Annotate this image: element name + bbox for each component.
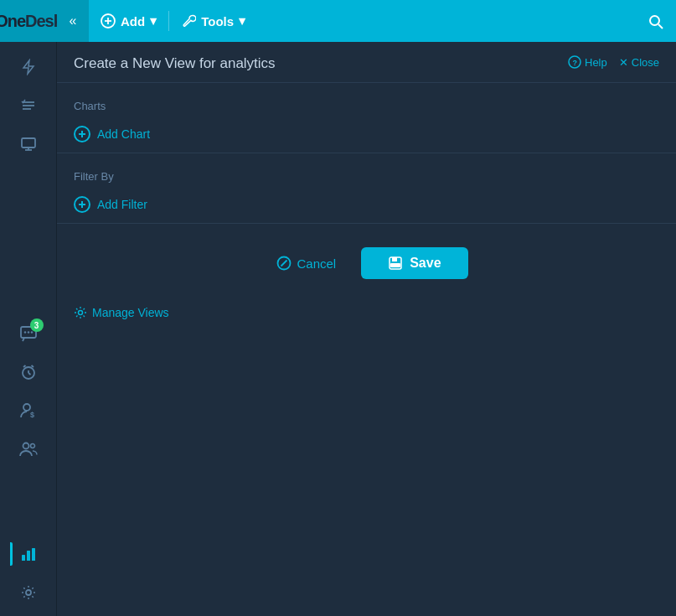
charts-section-label: Charts (74, 100, 659, 112)
panel-header: Create a New View for analytics ? Help ✕… (57, 42, 676, 83)
close-x-icon: ✕ (619, 56, 628, 69)
users-dollar-icon: $ (19, 401, 38, 420)
svg-point-21 (23, 404, 30, 411)
add-filter-icon (74, 196, 90, 213)
cancel-button[interactable]: Cancel (265, 249, 348, 277)
team-icon (19, 440, 38, 458)
svg-rect-9 (22, 138, 35, 148)
plus-icon-2 (77, 199, 87, 210)
save-button[interactable]: Save (361, 247, 467, 279)
lightning-icon (20, 59, 37, 75)
sidebar-item-lightning[interactable] (10, 49, 47, 85)
svg-line-18 (28, 373, 31, 375)
actions-row: Cancel Save (57, 224, 676, 303)
sidebar-item-users-dollar[interactable]: $ (10, 392, 47, 429)
manage-views-row: Manage Views (57, 303, 676, 336)
sidebar-item-settings-bottom[interactable] (10, 574, 47, 611)
svg-rect-27 (32, 548, 35, 561)
help-icon: ? (568, 55, 581, 69)
help-label: Help (585, 56, 607, 69)
search-icon (648, 13, 664, 30)
sidebar-item-tasks[interactable] (10, 87, 47, 124)
add-label: Add (121, 14, 145, 28)
svg-text:$: $ (30, 411, 34, 419)
add-nav-button[interactable]: Add ▾ (89, 0, 168, 42)
add-filter-label: Add Filter (97, 198, 147, 211)
cancel-icon (276, 256, 292, 271)
tools-icon (181, 13, 196, 28)
svg-line-20 (31, 365, 34, 367)
svg-point-24 (30, 444, 34, 448)
save-label: Save (410, 256, 441, 271)
svg-line-4 (658, 24, 663, 28)
save-icon (388, 256, 403, 271)
sidebar-item-chat[interactable]: 3 (10, 315, 47, 352)
svg-point-15 (30, 331, 32, 333)
tools-nav-button[interactable]: Tools ▾ (169, 0, 257, 42)
chart-bar-icon (19, 545, 38, 563)
add-chart-icon (74, 126, 90, 142)
manage-views-label: Manage Views (92, 306, 169, 319)
cancel-label: Cancel (297, 256, 336, 271)
svg-point-40 (79, 311, 83, 315)
content-area: Create a New View for analytics ? Help ✕… (57, 42, 676, 616)
settings-icon (20, 584, 37, 601)
sidebar-item-alarm[interactable] (10, 354, 47, 391)
svg-rect-38 (392, 257, 397, 261)
svg-line-36 (281, 261, 287, 267)
logo: OneDesk (0, 0, 57, 42)
nav-collapse-button[interactable]: « (57, 0, 89, 42)
add-circle-icon (101, 13, 116, 28)
sidebar-item-chart[interactable] (10, 536, 47, 572)
svg-point-23 (23, 443, 28, 449)
manage-views-gear-icon (74, 306, 87, 319)
filter-section: Filter By Add Filter (57, 153, 676, 224)
sidebar-item-monitor[interactable] (10, 126, 47, 163)
left-sidebar: 3 $ (0, 42, 57, 616)
close-label: Close (632, 56, 659, 69)
svg-rect-25 (22, 555, 25, 561)
svg-rect-26 (27, 551, 30, 561)
panel-actions: ? Help ✕ Close (568, 55, 659, 69)
svg-point-13 (23, 331, 25, 333)
add-dropdown-icon: ▾ (150, 13, 157, 28)
sidebar-item-team[interactable] (10, 431, 47, 468)
manage-views-button[interactable]: Manage Views (74, 306, 169, 319)
svg-point-14 (27, 331, 28, 333)
filter-section-label: Filter By (74, 170, 659, 183)
svg-point-28 (26, 590, 31, 595)
svg-rect-39 (390, 263, 400, 267)
alarm-icon (19, 363, 38, 381)
add-filter-button[interactable]: Add Filter (74, 196, 659, 213)
svg-point-3 (650, 16, 659, 25)
help-button[interactable]: ? Help (568, 55, 607, 69)
svg-line-19 (23, 365, 26, 367)
chat-badge: 3 (30, 318, 44, 332)
plus-icon (77, 129, 87, 139)
svg-text:?: ? (573, 59, 578, 67)
search-button[interactable] (648, 12, 664, 29)
add-chart-label: Add Chart (97, 127, 150, 141)
tools-dropdown-icon: ▾ (239, 13, 245, 28)
close-button[interactable]: ✕ Close (619, 56, 659, 69)
logo-text: OneDesk (0, 12, 62, 31)
monitor-icon (20, 136, 37, 153)
panel-title: Create a New View for analytics (74, 55, 276, 72)
tools-label: Tools (201, 14, 234, 28)
add-chart-button[interactable]: Add Chart (74, 126, 659, 142)
svg-marker-5 (23, 60, 34, 74)
tasks-icon (20, 97, 37, 114)
charts-section: Charts Add Chart (57, 83, 676, 153)
top-nav: OneDesk « Add ▾ Tools ▾ (0, 0, 676, 42)
main-layout: 3 $ (0, 42, 676, 616)
